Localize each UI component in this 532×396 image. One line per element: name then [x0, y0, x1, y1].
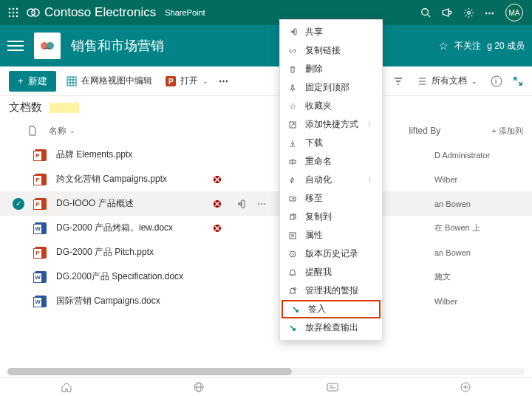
menu-item-move[interactable]: 移至 — [280, 189, 382, 208]
menu-item-label: 共享 — [305, 26, 323, 38]
lifted-column-header[interactable]: lifted By — [409, 126, 483, 136]
megaphone-icon[interactable] — [441, 7, 453, 18]
follow-label[interactable]: 不关注 — [454, 40, 481, 52]
menu-item-mgr[interactable]: 管理我的警报 — [280, 281, 382, 300]
menu-item-alert[interactable]: 提醒我 — [280, 263, 382, 281]
open-button[interactable]: P打开⌄ — [163, 75, 211, 87]
del-icon — [287, 65, 298, 74]
add-column-button[interactable]: + 添加列 — [492, 126, 523, 137]
table-row[interactable]: DG-2000 产品 Pitch.pptx an Bowen — [0, 240, 532, 264]
file-name[interactable]: DG-2000 产品烤箱。iew.docx — [56, 222, 204, 234]
settings-icon[interactable] — [463, 7, 474, 18]
news-icon[interactable] — [326, 382, 339, 392]
chevron-down-icon: ⌄ — [202, 78, 208, 85]
table-row[interactable]: DG.2000产品 Specification.docx 施文 — [0, 264, 532, 289]
expand-icon[interactable] — [513, 76, 523, 86]
view-button[interactable]: 所有文档⌄ — [414, 75, 480, 87]
menu-item-hist[interactable]: 版本历史记录 — [280, 245, 382, 263]
home-icon[interactable] — [61, 381, 72, 393]
svg-point-1 — [13, 8, 15, 10]
file-name[interactable]: 跨文化营销 Campaigns.pptx — [56, 173, 204, 185]
globe-icon[interactable] — [193, 381, 205, 393]
horizontal-scrollbar[interactable] — [7, 368, 525, 375]
chevron-right-icon: 〉 — [368, 120, 375, 129]
follow-star-icon[interactable]: ☆ — [439, 40, 449, 52]
menu-item-label: 下载 — [305, 137, 323, 149]
name-column-header[interactable]: 名称⌄ — [49, 125, 211, 137]
svg-rect-54 — [327, 383, 338, 391]
context-menu: 共享复制链接删除固定到顶部☆收藏夹添加快捷方式〉下载重命名自动化〉移至复制到属性… — [279, 19, 383, 341]
info-icon[interactable]: i — [491, 75, 502, 87]
filter-icon[interactable] — [393, 76, 403, 86]
pin-icon — [287, 83, 298, 92]
row-more-icon[interactable]: ⋯ — [257, 199, 270, 209]
chevron-down-icon: ⌄ — [69, 127, 75, 134]
menu-item-discard[interactable]: 放弃检查输出 — [280, 318, 382, 337]
file-name[interactable]: 品牌 Elements.pptx — [56, 148, 204, 161]
table-row[interactable]: 品牌 Elements.pptx D Administrator — [0, 143, 532, 167]
library-header: 文档数 — [0, 96, 532, 119]
menu-item-label: 放弃检查输出 — [305, 321, 358, 334]
file-type-header-icon[interactable] — [28, 126, 40, 136]
lifted-by: an Bowen — [434, 248, 523, 257]
menu-item-ren[interactable]: 重命名 — [280, 152, 382, 171]
menu-item-label: 重命名 — [305, 155, 332, 168]
table-row[interactable]: DG-2000 产品烤箱。iew.docx 在 Bowen 上 — [0, 216, 532, 240]
chevron-right-icon: 〉 — [368, 175, 375, 185]
table-row[interactable]: 跨文化营销 Campaigns.pptx Wilber — [0, 167, 532, 191]
svg-line-12 — [428, 15, 431, 18]
menu-item-label: 移至 — [305, 192, 323, 205]
menu-item-in[interactable]: 签入 — [282, 300, 381, 318]
app-launcher-icon[interactable] — [4, 4, 22, 21]
hamburger-icon[interactable] — [7, 41, 24, 51]
menu-item-down[interactable]: 下载 — [280, 134, 382, 152]
svg-point-5 — [16, 12, 18, 14]
powerpoint-icon — [34, 149, 47, 161]
menu-item-link[interactable]: 复制链接 — [280, 41, 382, 60]
lifted-by: D Administrator — [434, 151, 523, 160]
new-button[interactable]: +新建 — [9, 71, 56, 92]
menu-item-del[interactable]: 删除 — [280, 60, 382, 78]
menu-item-label: 复制到 — [305, 211, 332, 223]
move-icon — [287, 194, 298, 203]
members-label[interactable]: g 20 成员 — [487, 40, 525, 52]
menu-item-share[interactable]: 共享 — [280, 23, 382, 41]
more-icon[interactable]: ⋯ — [485, 7, 495, 18]
menu-item-label: 属性 — [305, 229, 323, 242]
menu-item-auto[interactable]: 自动化〉 — [280, 171, 382, 189]
menu-item-label: 删除 — [305, 63, 323, 75]
chevron-down-icon: ⌄ — [471, 78, 477, 85]
grid-icon — [66, 76, 77, 86]
powerpoint-icon — [34, 247, 47, 259]
file-name[interactable]: DG-IOOO 产品概述 — [56, 197, 204, 210]
menu-item-pin[interactable]: 固定到顶部 — [280, 78, 382, 97]
status-icon — [213, 199, 226, 208]
avatar[interactable]: MA — [505, 4, 523, 21]
lifted-by: 在 Bowen 上 — [434, 222, 523, 233]
table-row[interactable]: ✓ DG-IOOO 产品概述 ⋯ an Bowen — [0, 191, 532, 216]
in-icon — [290, 305, 301, 314]
star-icon: ☆ — [287, 101, 298, 112]
library-name: 文档数 — [9, 100, 42, 115]
menu-item-short[interactable]: 添加快捷方式〉 — [280, 115, 382, 134]
scrollbar-thumb[interactable] — [7, 368, 292, 375]
lifted-by: Wilber — [434, 297, 523, 306]
menu-item-prop[interactable]: 属性 — [280, 226, 382, 245]
file-name[interactable]: 国际营销 Campaigns.docx — [56, 295, 204, 307]
more-commands-icon[interactable]: ⋯ — [219, 75, 229, 86]
menu-item-label: 版本历史记录 — [305, 248, 358, 260]
lifted-by: Wilber — [434, 175, 523, 184]
share-icon[interactable] — [235, 199, 248, 209]
file-name[interactable]: DG-2000 产品 Pitch.pptx — [56, 246, 204, 259]
search-icon[interactable] — [420, 7, 431, 18]
file-name[interactable]: DG.2000产品 Specification.docx — [56, 270, 204, 283]
site-logo[interactable] — [34, 33, 61, 59]
command-bar: +新建 在网格视图中编辑 P打开⌄ ⋯ 所有文档⌄ i — [0, 66, 532, 96]
table-row[interactable]: 国际营销 Campaigns.docx Wilber — [0, 289, 532, 313]
grid-edit-button[interactable]: 在网格视图中编辑 — [64, 75, 155, 87]
menu-item-star[interactable]: ☆收藏夹 — [280, 97, 382, 115]
menu-item-copy[interactable]: 复制到 — [280, 208, 382, 226]
row-checkbox[interactable]: ✓ — [12, 198, 25, 210]
add-icon[interactable] — [460, 381, 471, 393]
ren-icon — [287, 157, 298, 166]
